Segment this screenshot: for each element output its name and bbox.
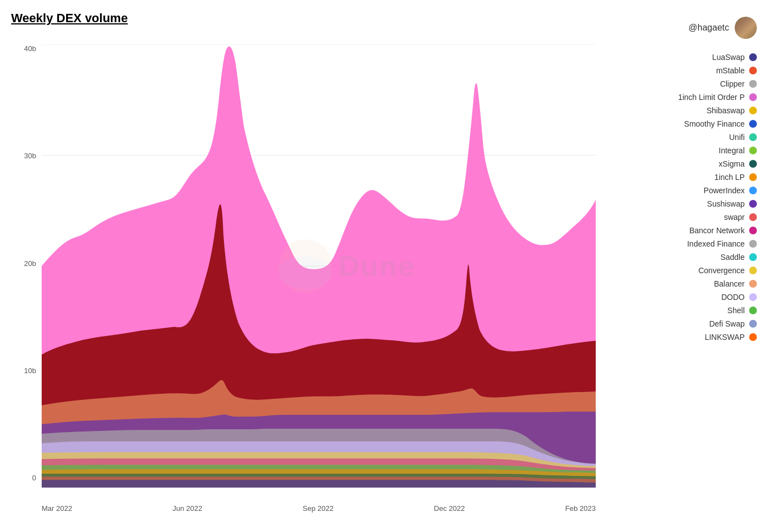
legend-dot xyxy=(749,187,757,194)
y-axis: 40b 30b 20b 10b 0 xyxy=(11,44,36,488)
legend-dot xyxy=(749,120,757,128)
legend-label: Sushiswap xyxy=(707,199,745,208)
legend-item: 1inch LP xyxy=(612,173,757,182)
legend-label: Smoothy Finance xyxy=(684,119,745,128)
legend-item: Smoothy Finance xyxy=(612,119,757,128)
legend-label: DODO xyxy=(721,293,745,302)
legend-label: swapr xyxy=(724,213,745,222)
legend-label: Clipper xyxy=(720,79,745,88)
legend-items: LuaSwap mStable Clipper 1inch Limit Orde… xyxy=(612,53,757,342)
legend-label: PowerIndex xyxy=(704,186,745,195)
legend-dot xyxy=(749,240,757,248)
legend-item: Defi Swap xyxy=(612,319,757,328)
legend-label: Bancor Network xyxy=(689,226,745,235)
legend-label: Defi Swap xyxy=(709,319,745,328)
user-handle: @hagaetc xyxy=(689,23,729,33)
legend-label: 1inch Limit Order P xyxy=(678,93,745,102)
legend-item: Balancer xyxy=(612,279,757,288)
legend-dot xyxy=(749,107,757,114)
legend-item: Bancor Network xyxy=(612,226,757,235)
chart-canvas: Dune xyxy=(42,44,596,488)
legend-panel: @hagaetc LuaSwap mStable Clipper 1inch L… xyxy=(601,11,757,521)
legend-item: Convergence xyxy=(612,266,757,275)
legend-item: Sushiswap xyxy=(612,199,757,208)
legend-dot xyxy=(749,307,757,314)
legend-label: mStable xyxy=(716,66,745,75)
legend-item: PowerIndex xyxy=(612,186,757,195)
area-chart xyxy=(42,44,596,488)
legend-label: Balancer xyxy=(714,279,745,288)
legend-item: Indexed Finance xyxy=(612,239,757,248)
legend-label: Unifi xyxy=(729,133,745,142)
legend-dot xyxy=(749,293,757,301)
legend-item: Shibaswap xyxy=(612,106,757,115)
chart-title: Weekly DEX volume xyxy=(11,11,596,26)
legend-item: Shell xyxy=(612,306,757,315)
legend-item: 1inch Limit Order P xyxy=(612,93,757,102)
legend-dot xyxy=(749,213,757,221)
legend-item: xSigma xyxy=(612,159,757,168)
legend-label: xSigma xyxy=(719,159,745,168)
legend-label: 1inch LP xyxy=(715,173,745,182)
legend-item: mStable xyxy=(612,66,757,75)
legend-item: Integral xyxy=(612,146,757,155)
legend-dot xyxy=(749,253,757,261)
legend-dot xyxy=(749,147,757,154)
legend-dot xyxy=(749,80,757,88)
legend-label: Shibaswap xyxy=(707,106,745,115)
legend-label: Saddle xyxy=(720,253,745,262)
legend-dot xyxy=(749,280,757,288)
legend-label: Integral xyxy=(719,146,745,155)
x-axis: Mar 2022 Jun 2022 Sep 2022 Dec 2022 Feb … xyxy=(42,504,596,513)
legend-item: Unifi xyxy=(612,133,757,142)
legend-dot xyxy=(749,333,757,341)
legend-dot xyxy=(749,200,757,208)
legend-item: Saddle xyxy=(612,253,757,262)
user-badge: @hagaetc xyxy=(612,17,757,39)
legend-dot xyxy=(749,320,757,328)
legend-item: LINKSWAP xyxy=(612,333,757,342)
legend-dot xyxy=(749,227,757,234)
legend-label: LINKSWAP xyxy=(705,333,745,342)
legend-label: Convergence xyxy=(699,266,745,275)
avatar xyxy=(735,17,757,39)
legend-dot xyxy=(749,93,757,101)
legend-item: swapr xyxy=(612,213,757,222)
legend-dot xyxy=(749,53,757,61)
legend-label: LuaSwap xyxy=(712,53,745,62)
legend-dot xyxy=(749,160,757,168)
legend-item: LuaSwap xyxy=(612,53,757,62)
legend-dot xyxy=(749,67,757,74)
legend-dot xyxy=(749,133,757,141)
legend-item: Clipper xyxy=(612,79,757,88)
legend-label: Indexed Finance xyxy=(687,239,745,248)
legend-dot xyxy=(749,173,757,181)
legend-dot xyxy=(749,267,757,274)
legend-label: Shell xyxy=(727,306,745,315)
legend-item: DODO xyxy=(612,293,757,302)
